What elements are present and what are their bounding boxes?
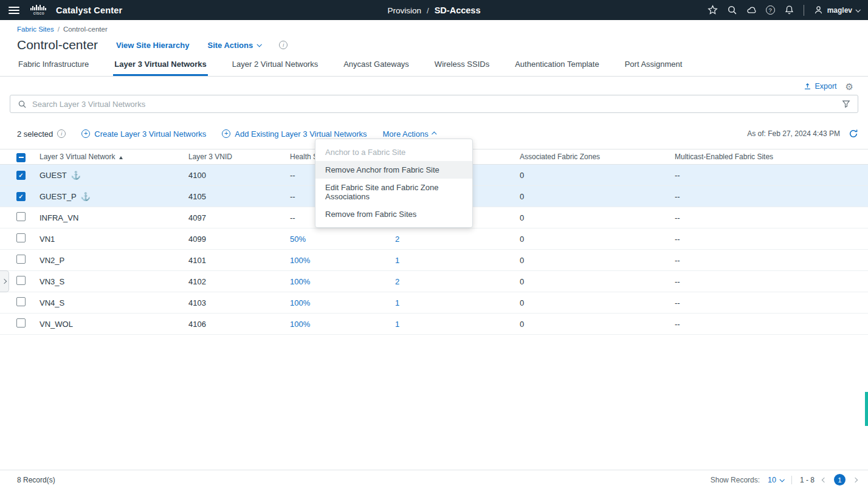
- sort-asc-icon: [119, 156, 123, 159]
- menu-item-edit-associations[interactable]: Edit Fabric Site and Fabric Zone Associa…: [315, 179, 472, 205]
- app-title: Catalyst Center: [56, 5, 122, 15]
- search-icon[interactable]: [727, 5, 737, 15]
- row-checkbox[interactable]: [16, 276, 26, 285]
- health-score-link[interactable]: 100%: [290, 277, 392, 286]
- tab-port-assignment[interactable]: Port Assignment: [624, 55, 684, 76]
- tab-layer3-virtual-networks[interactable]: Layer 3 Virtual Networks: [113, 55, 208, 76]
- l2-count-link[interactable]: 1: [392, 298, 520, 307]
- gear-icon[interactable]: ⚙: [846, 82, 853, 91]
- row-checkbox[interactable]: [16, 212, 26, 221]
- l2-count-link[interactable]: 1: [392, 320, 520, 329]
- footer-divider: [791, 476, 792, 484]
- multicast: --: [675, 192, 868, 201]
- header-section[interactable]: Provision: [388, 6, 422, 15]
- l2-count-link[interactable]: 2: [392, 277, 520, 286]
- export-button[interactable]: Export: [804, 82, 836, 91]
- fabric-zones: 0: [520, 298, 675, 307]
- tab-anycast-gateways[interactable]: Anycast Gateways: [342, 55, 410, 76]
- breadcrumb: Fabric Sites / Control-center: [0, 20, 868, 33]
- l2-count-link[interactable]: 2: [392, 235, 520, 244]
- tab-layer2-virtual-networks[interactable]: Layer 2 Virtual Networks: [231, 55, 319, 76]
- vn-name: VN4_S: [40, 298, 64, 307]
- vn-name: VN_WOL: [40, 320, 73, 329]
- health-score-link[interactable]: 50%: [290, 235, 392, 244]
- username: maglev: [827, 6, 852, 15]
- hamburger-menu-icon[interactable]: [9, 7, 19, 14]
- search-input[interactable]: [32, 100, 836, 109]
- side-panel-handle[interactable]: [0, 270, 9, 292]
- notifications-bell-icon[interactable]: [784, 5, 794, 15]
- tab-wireless-ssids[interactable]: Wireless SSIDs: [433, 55, 491, 76]
- user-avatar-icon: [813, 5, 824, 15]
- vn-name: VN3_S: [40, 277, 64, 286]
- cisco-logo: cisco: [30, 5, 47, 15]
- table-row[interactable]: VN1 4099 50% 2 0 --: [0, 228, 868, 250]
- anchor-icon: ⚓: [81, 192, 91, 201]
- add-existing-l3vn-button[interactable]: + Add Existing Layer 3 Virtual Networks: [222, 129, 367, 139]
- site-actions-dropdown[interactable]: Site Actions: [208, 41, 261, 50]
- chevron-down-icon: [855, 7, 860, 12]
- favorites-star-icon[interactable]: [708, 5, 718, 15]
- table-row[interactable]: VN2_P 4101 100% 1 0 --: [0, 250, 868, 271]
- more-actions-dropdown[interactable]: More Actions: [383, 129, 436, 139]
- fabric-zones: 0: [520, 256, 675, 265]
- multicast: --: [675, 235, 868, 244]
- prev-page-button[interactable]: [822, 478, 826, 482]
- col-header-name[interactable]: Layer 3 Virtual Network: [40, 153, 188, 161]
- search-icon: [18, 100, 27, 109]
- user-menu[interactable]: maglev: [813, 5, 859, 15]
- tab-bar: Fabric Infrastructure Layer 3 Virtual Ne…: [0, 55, 868, 77]
- menu-item-remove-from-fabric-sites[interactable]: Remove from Fabric Sites: [315, 205, 472, 223]
- page-number-button[interactable]: 1: [834, 474, 846, 485]
- tab-fabric-infrastructure[interactable]: Fabric Infrastructure: [17, 55, 90, 76]
- multicast: --: [675, 256, 868, 265]
- health-score-link[interactable]: 100%: [290, 298, 392, 307]
- menu-item-remove-anchor[interactable]: Remove Anchor from Fabric Site: [315, 161, 472, 179]
- view-site-hierarchy-link[interactable]: View Site Hierarchy: [116, 41, 189, 50]
- col-header-fabric-zones[interactable]: Associated Fabric Zones: [520, 153, 675, 161]
- vn-name: GUEST_P: [40, 192, 77, 201]
- table-row[interactable]: VN_WOL 4106 100% 1 0 --: [0, 314, 868, 335]
- info-icon[interactable]: i: [57, 129, 66, 138]
- help-icon[interactable]: ?: [766, 5, 775, 15]
- vn-name: GUEST: [40, 171, 67, 180]
- vn-name: VN2_P: [40, 256, 64, 265]
- chevron-up-icon: [432, 131, 436, 136]
- info-icon[interactable]: i: [279, 41, 288, 49]
- multicast: --: [675, 213, 868, 222]
- tab-authentication-template[interactable]: Authentication Template: [514, 55, 601, 76]
- table-row[interactable]: VN3_S 4102 100% 2 0 --: [0, 271, 868, 292]
- health-score-link[interactable]: 100%: [290, 320, 392, 329]
- create-l3vn-button[interactable]: + Create Layer 3 Virtual Networks: [81, 129, 206, 139]
- breadcrumb-fabric-sites[interactable]: Fabric Sites: [17, 26, 54, 33]
- multicast: --: [675, 298, 868, 307]
- page-size-dropdown[interactable]: 10: [768, 476, 784, 484]
- next-page-button[interactable]: [853, 478, 857, 482]
- row-checkbox[interactable]: [16, 255, 26, 264]
- col-header-vnid[interactable]: Layer 3 VNID: [188, 153, 290, 161]
- vnid: 4102: [188, 277, 290, 286]
- row-checkbox[interactable]: [16, 171, 26, 180]
- vn-name: INFRA_VN: [40, 213, 78, 222]
- row-checkbox[interactable]: [16, 318, 26, 328]
- l2-count-link[interactable]: 1: [392, 256, 520, 265]
- fabric-zones: 0: [520, 213, 675, 222]
- refresh-icon[interactable]: [849, 129, 858, 139]
- col-header-multicast[interactable]: Multicast-Enabled Fabric Sites: [675, 153, 868, 161]
- vnid: 4101: [188, 256, 290, 265]
- row-checkbox[interactable]: [16, 297, 26, 306]
- cloud-icon[interactable]: [746, 5, 757, 15]
- record-count: 8 Record(s): [17, 476, 55, 484]
- table-row[interactable]: VN4_S 4103 100% 1 0 --: [0, 292, 868, 314]
- row-checkbox[interactable]: [16, 192, 26, 201]
- menu-item-anchor-to-fabric-site: Anchor to a Fabric Site: [315, 143, 472, 161]
- filter-funnel-icon[interactable]: [842, 100, 850, 108]
- vnid: 4097: [188, 213, 290, 222]
- record-range: 1 - 8: [800, 476, 815, 484]
- row-checkbox[interactable]: [16, 233, 26, 242]
- select-all-checkbox[interactable]: [16, 153, 26, 162]
- scrollbar-thumb[interactable]: [865, 392, 868, 426]
- health-score-link[interactable]: 100%: [290, 256, 392, 265]
- multicast: --: [675, 277, 868, 286]
- fabric-zones: 0: [520, 235, 675, 244]
